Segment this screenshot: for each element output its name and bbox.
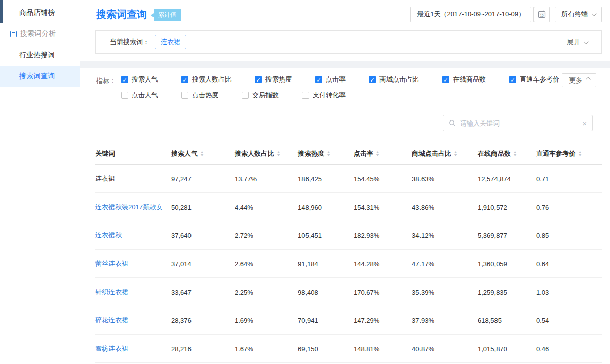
indicator-checkbox-label: 搜索热度 [265, 75, 292, 84]
sort-icon[interactable]: ▲▼ [454, 151, 458, 157]
indicator-checkbox[interactable]: 搜索人数占比 [181, 75, 232, 84]
sort-icon[interactable]: ▲▼ [513, 151, 517, 157]
value-cell: 0.54 [536, 306, 602, 335]
indicator-checkbox[interactable]: 搜索人气 [121, 75, 158, 84]
column-header[interactable]: 在线商品数▲▼ [478, 143, 536, 165]
sidebar-item[interactable]: 搜索词分析 [0, 23, 80, 45]
indicator-checkbox-label: 点击率 [326, 75, 346, 84]
indicator-checkbox[interactable]: 点击率 [315, 75, 346, 84]
indicator-checkbox-label: 商城点击占比 [379, 75, 419, 84]
sidebar-item[interactable]: 搜索词查询 [0, 66, 80, 87]
checkbox-icon[interactable] [121, 76, 128, 83]
sort-icon[interactable]: ▲▼ [200, 151, 204, 157]
column-header[interactable]: 搜索热度▲▼ [298, 143, 354, 165]
table-header-row: 关键词搜索人气▲▼搜索人数占比▲▼搜索热度▲▼点击率▲▼商城点击占比▲▼在线商品… [95, 143, 602, 165]
keyword-link[interactable]: 连衣裙秋装2017新款女 [95, 193, 171, 221]
sidebar-item[interactable]: 商品店铺榜 [0, 2, 80, 23]
value-cell: 1.69% [235, 306, 298, 335]
value-cell: 147.29% [354, 306, 412, 335]
sidebar-item-label: 搜索词分析 [20, 29, 56, 38]
search-row: × [80, 100, 610, 143]
more-button[interactable]: 更多 [562, 73, 596, 87]
section-divider [80, 61, 610, 68]
column-header[interactable]: 点击率▲▼ [354, 143, 412, 165]
sort-desc-icon: ▼ [453, 154, 458, 157]
keyword-table: 关键词搜索人气▲▼搜索人数占比▲▼搜索热度▲▼点击率▲▼商城点击占比▲▼在线商品… [95, 143, 602, 363]
terminal-select[interactable]: 所有终端 [555, 7, 602, 22]
date-range-picker[interactable]: 最近1天（2017-10-09~2017-10-09） [410, 7, 531, 22]
indicator-label: 指标： [96, 76, 116, 100]
checkbox-icon[interactable] [181, 92, 188, 99]
keyword-link[interactable]: 蕾丝连衣裙 [95, 250, 171, 278]
value-cell: 12,574,874 [478, 165, 536, 193]
keyword-link[interactable]: 碎花连衣裙 [95, 306, 171, 335]
table-row: 碎花连衣裙28,3761.69%70,941147.29%37.93%618,5… [95, 306, 602, 335]
page-header: 搜索词查询 累计值 最近1天（2017-10-09~2017-10-09） 15 [80, 0, 610, 28]
value-cell: 97,247 [171, 165, 235, 193]
value-cell: 105,451 [298, 221, 354, 250]
indicator-checkbox-label: 点击热度 [192, 91, 218, 100]
value-cell: 1,259,835 [478, 278, 536, 306]
column-label: 关键词 [95, 149, 115, 158]
table-row: 蕾丝连衣裙37,0142.64%91,184144.28%47.17%1,360… [95, 250, 602, 278]
value-cell: 91,184 [298, 250, 354, 278]
column-header[interactable]: 直通车参考价▲▼ [536, 143, 602, 165]
indicator-checkbox[interactable]: 点击热度 [181, 91, 218, 100]
checkbox-icon[interactable] [509, 76, 516, 83]
value-cell: 0.64 [536, 250, 602, 278]
indicator-checkbox[interactable]: 搜索热度 [255, 75, 292, 84]
column-label: 搜索人数占比 [235, 149, 274, 158]
column-label: 搜索人气 [171, 149, 198, 158]
indicator-checkbox[interactable]: 在线商品数 [442, 75, 486, 84]
keyword-search: × [443, 115, 593, 131]
indicator-checkbox[interactable]: 商城点击占比 [369, 75, 419, 84]
current-keyword-label: 当前搜索词： [110, 37, 149, 47]
clear-icon[interactable]: × [582, 119, 587, 127]
keyword-cell: 连衣裙 [95, 165, 171, 193]
sort-desc-icon: ▼ [326, 154, 331, 157]
column-header[interactable]: 搜索人气▲▼ [171, 143, 235, 165]
sort-icon[interactable]: ▲▼ [578, 151, 582, 157]
sidebar-item-label: 行业热搜词 [19, 51, 55, 60]
keyword-link[interactable]: 连衣裙秋 [95, 221, 171, 250]
value-cell: 154.45% [354, 165, 412, 193]
current-keyword-tag[interactable]: 连衣裙 [155, 35, 186, 49]
table-row: 连衣裙秋装2017新款女50,2814.44%148,960154.31%43.… [95, 193, 602, 221]
table-body: 连衣裙97,24713.77%186,425154.45%38.63%12,57… [95, 165, 602, 363]
value-cell: 154.31% [354, 193, 412, 221]
keyword-table-wrap: 关键词搜索人气▲▼搜索人数占比▲▼搜索热度▲▼点击率▲▼商城点击占比▲▼在线商品… [80, 143, 610, 363]
keyword-link[interactable]: 针织连衣裙 [95, 278, 171, 306]
value-cell: 40.87% [412, 335, 478, 363]
indicator-checkbox-label: 点击人气 [132, 91, 158, 100]
value-cell: 34.12% [412, 221, 478, 250]
svg-text:15: 15 [540, 14, 544, 17]
sidebar-item[interactable]: 行业热搜词 [0, 45, 80, 66]
expand-toggle[interactable]: 展开 [567, 37, 587, 47]
checkbox-icon[interactable] [242, 92, 249, 99]
checkbox-icon[interactable] [255, 76, 262, 83]
keyword-link[interactable]: 雪纺连衣裙 [95, 335, 171, 363]
sort-desc-icon: ▼ [578, 154, 582, 157]
value-cell: 148.81% [354, 335, 412, 363]
value-cell: 0.76 [536, 193, 602, 221]
checkbox-icon[interactable] [181, 76, 188, 83]
column-label: 点击率 [354, 149, 373, 158]
search-input[interactable] [460, 119, 578, 127]
column-header[interactable]: 搜索人数占比▲▼ [235, 143, 298, 165]
sort-icon[interactable]: ▲▼ [277, 151, 280, 157]
indicator-checkbox[interactable]: 交易指数 [242, 91, 279, 100]
checkbox-icon[interactable] [442, 76, 449, 83]
checkbox-icon[interactable] [121, 92, 128, 99]
value-cell: 69,150 [298, 335, 354, 363]
calendar-button[interactable]: 15 [533, 7, 550, 22]
checkbox-icon[interactable] [315, 76, 322, 83]
sort-icon[interactable]: ▲▼ [327, 151, 330, 157]
indicator-checkbox[interactable]: 直通车参考价 [509, 75, 559, 84]
indicator-checkbox[interactable]: 点击人气 [121, 91, 158, 100]
indicator-checkbox[interactable]: 支付转化率 [302, 91, 346, 100]
checkbox-icon[interactable] [302, 92, 309, 99]
column-header[interactable]: 商城点击占比▲▼ [412, 143, 478, 165]
checkbox-icon[interactable] [369, 76, 376, 83]
sort-desc-icon: ▼ [276, 154, 281, 157]
sort-icon[interactable]: ▲▼ [376, 151, 379, 157]
